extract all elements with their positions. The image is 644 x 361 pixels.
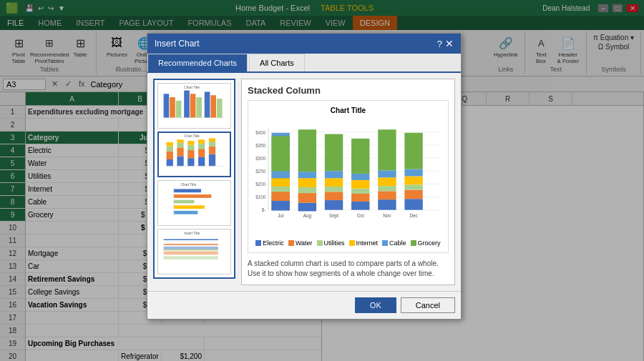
chart-type-title: Stacked Column (248, 85, 449, 96)
svg-rect-95 (378, 170, 396, 177)
insert-chart-dialog: Insert Chart ? ✕ Recommended Charts All … (147, 33, 462, 320)
svg-rect-14 (167, 146, 173, 151)
svg-rect-98 (404, 199, 422, 209)
svg-text:$300: $300 (255, 156, 266, 161)
svg-rect-92 (378, 191, 396, 199)
svg-text:$400: $400 (255, 130, 266, 135)
modal-tab-recommended[interactable]: Recommended Charts (147, 54, 248, 71)
svg-rect-43 (164, 256, 218, 259)
svg-rect-63 (271, 201, 289, 211)
svg-rect-102 (404, 169, 422, 177)
legend-cable: Cable (382, 239, 406, 247)
chart-thumb-2[interactable]: Chart Title (157, 132, 231, 177)
modal-tab-all[interactable]: All Charts (249, 54, 305, 71)
svg-rect-25 (198, 149, 205, 157)
svg-rect-82 (325, 134, 343, 172)
svg-rect-84 (351, 202, 369, 210)
svg-rect-72 (298, 187, 316, 193)
svg-text:Chart Title: Chart Title (185, 134, 200, 138)
svg-rect-8 (210, 95, 216, 117)
svg-rect-85 (351, 194, 369, 202)
svg-rect-9 (217, 99, 223, 118)
modal-title-bar: Insert Chart ? ✕ (147, 34, 461, 54)
svg-rect-89 (351, 139, 369, 174)
svg-rect-17 (177, 147, 183, 156)
svg-rect-77 (325, 200, 343, 210)
legend-internet: Internet (349, 239, 379, 247)
svg-rect-38 (174, 211, 197, 214)
svg-rect-34 (174, 189, 201, 193)
svg-rect-99 (404, 190, 422, 199)
svg-rect-20 (187, 158, 194, 166)
svg-rect-22 (187, 145, 194, 150)
svg-rect-64 (271, 192, 289, 201)
thumb-4-svg: Insert Title (158, 229, 230, 274)
legend-water: Water (288, 239, 313, 247)
cancel-button[interactable]: Cancel (401, 297, 455, 313)
chart-thumb-4[interactable]: Insert Title (157, 229, 231, 275)
modal-content: Chart Title (147, 73, 461, 291)
modal-footer: OK Cancel (147, 291, 461, 319)
svg-rect-30 (209, 142, 215, 146)
svg-rect-7 (205, 92, 210, 117)
svg-rect-71 (298, 193, 316, 203)
svg-rect-68 (271, 136, 289, 171)
chart-description: A stacked column chart is used to compar… (248, 259, 449, 279)
svg-rect-28 (209, 154, 215, 167)
svg-text:Chart Title: Chart Title (180, 183, 196, 187)
modal-help-btn[interactable]: ? (437, 39, 442, 49)
ok-button[interactable]: OK (355, 297, 396, 313)
legend-utilities-label: Utilities (324, 239, 345, 247)
svg-rect-3 (176, 101, 182, 118)
thumb-2-svg: Chart Title (159, 133, 230, 176)
svg-rect-13 (167, 152, 173, 159)
svg-text:Nov: Nov (383, 213, 391, 218)
thumb-3-svg: Chart Title (158, 181, 230, 225)
svg-rect-36 (174, 200, 195, 204)
svg-rect-24 (198, 157, 205, 166)
chart-legend: Electric Water Utilities (254, 239, 442, 247)
modal-title: Insert Chart (155, 39, 200, 49)
svg-text:$200: $200 (255, 182, 266, 187)
legend-internet-dot (349, 240, 355, 246)
chart-preview: Stacked Column Chart Title $400 $350 $30… (241, 79, 455, 285)
svg-text:Chart Title: Chart Title (184, 86, 200, 89)
legend-electric-label: Electric (263, 239, 284, 247)
svg-rect-27 (198, 139, 205, 144)
chart-thumb-3[interactable]: Chart Title (157, 180, 231, 226)
modal-close-btn[interactable]: ✕ (445, 38, 454, 49)
svg-rect-6 (196, 97, 202, 118)
chart-preview-subtitle: Chart Title (254, 107, 442, 114)
svg-rect-4 (184, 91, 190, 118)
svg-rect-91 (378, 199, 396, 210)
svg-rect-18 (177, 143, 183, 147)
legend-utilities-dot (317, 240, 323, 246)
legend-cable-label: Cable (389, 239, 406, 247)
svg-rect-100 (404, 184, 422, 189)
svg-text:$100: $100 (255, 194, 266, 199)
svg-rect-65 (271, 187, 289, 192)
svg-rect-103 (404, 133, 422, 169)
svg-rect-94 (378, 177, 396, 186)
chart-thumb-1[interactable]: Chart Title (157, 83, 231, 129)
svg-rect-66 (271, 178, 289, 187)
chart-thumbnails: Chart Title (153, 79, 235, 279)
svg-rect-29 (209, 146, 215, 154)
legend-utilities: Utilities (317, 239, 345, 247)
svg-rect-37 (174, 205, 205, 209)
legend-electric: Electric (255, 239, 284, 247)
svg-rect-35 (174, 194, 211, 198)
chart-preview-area: Chart Title $400 $350 $300 $250 $200 $10… (248, 100, 449, 253)
svg-rect-78 (325, 192, 343, 200)
svg-text:Aug: Aug (303, 213, 312, 219)
legend-electric-dot (255, 240, 261, 246)
thumb-1-svg: Chart Title (158, 84, 230, 128)
svg-rect-21 (187, 150, 194, 158)
legend-water-dot (288, 240, 294, 246)
svg-text:Jul: Jul (278, 213, 283, 218)
svg-rect-15 (167, 142, 173, 147)
svg-rect-16 (177, 156, 183, 166)
legend-grocery-dot (411, 240, 416, 246)
svg-text:$-: $- (262, 207, 266, 212)
svg-rect-101 (404, 177, 422, 185)
